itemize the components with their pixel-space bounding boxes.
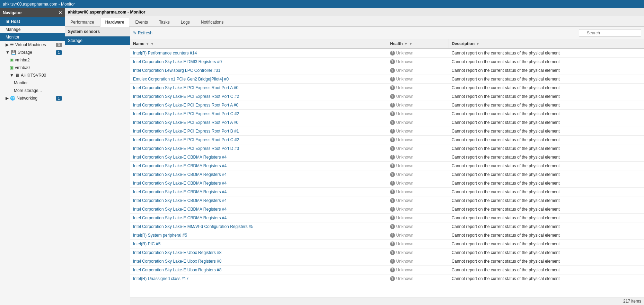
row-name-link[interactable]: Intel Corporation Sky Lake-E CBDMA Regis… bbox=[133, 189, 227, 194]
sensors-layout: System sensors Storage ↻ Refresh 🔍 bbox=[65, 27, 644, 305]
cell-health: ?Unknown bbox=[387, 170, 449, 179]
row-name-link[interactable]: Intel Corporation Sky Lake-E PCI Express… bbox=[133, 85, 238, 90]
tab-performance[interactable]: Performance bbox=[65, 18, 99, 26]
sensors-sidebar: System sensors Storage bbox=[65, 27, 130, 305]
cell-health: ?Unknown bbox=[387, 196, 449, 205]
search-input[interactable] bbox=[579, 29, 641, 37]
row-name-link[interactable]: Intel Corporation Sky Lake-E CBDMA Regis… bbox=[133, 181, 227, 186]
sidebar-item-vms[interactable]: ▶ ☰ Virtual Machines 0 bbox=[0, 41, 65, 49]
col-header-description[interactable]: Description ▼ bbox=[449, 39, 644, 49]
status-bar: 217 items bbox=[130, 297, 644, 305]
sidebar-item-manage[interactable]: Manage bbox=[0, 26, 65, 33]
row-name-link[interactable]: Intel Corporation Sky Lake-E PCI Express… bbox=[133, 111, 239, 116]
cell-name: Intel(R) System peripheral #5 bbox=[130, 231, 387, 240]
cell-description: Cannot report on the current status of t… bbox=[449, 257, 644, 266]
cell-description: Cannot report on the current status of t… bbox=[449, 222, 644, 231]
row-name-link[interactable]: Intel Corporation Sky Lake-E DMI3 Regist… bbox=[133, 59, 222, 64]
row-name-link[interactable]: Emulex Corporation x1 PCIe Gen2 Bridge[P… bbox=[133, 77, 229, 82]
more-storage-label: More storage... bbox=[14, 88, 42, 93]
cell-name: Intel Corporation Sky Lake-E CBDMA Regis… bbox=[130, 188, 387, 196]
cell-health: ?Unknown bbox=[387, 222, 449, 231]
cell-description: Cannot report on the current status of t… bbox=[449, 205, 644, 214]
refresh-button[interactable]: ↻ Refresh bbox=[133, 31, 152, 35]
cell-description: Cannot report on the current status of t… bbox=[449, 248, 644, 257]
sidebar-item-host[interactable]: 🖥 Host bbox=[0, 17, 65, 26]
tab-logs[interactable]: Logs bbox=[176, 18, 195, 26]
table-row: Intel Corporation Sky Lake-E PCI Express… bbox=[130, 144, 644, 153]
row-name-link[interactable]: Intel Corporation Sky Lake-E PCI Express… bbox=[133, 103, 238, 108]
cell-name: Intel Corporation Sky Lake-E CBDMA Regis… bbox=[130, 153, 387, 162]
sensors-item-storage[interactable]: Storage bbox=[65, 36, 130, 45]
cell-health: ?Unknown bbox=[387, 266, 449, 274]
row-name-link[interactable]: Intel Corporation Sky Lake-E CBDMA Regis… bbox=[133, 163, 227, 168]
row-name-link[interactable]: Intel Corporation Sky Lake-E PCI Express… bbox=[133, 137, 239, 142]
health-status: Unknown bbox=[396, 259, 414, 264]
row-name-link[interactable]: Intel Corporation Sky Lake-E CBDMA Regis… bbox=[133, 198, 227, 203]
row-name-link[interactable]: Intel Corporation Sky Lake-E Ubox Regist… bbox=[133, 259, 221, 264]
cell-description: Cannot report on the current status of t… bbox=[449, 127, 644, 136]
health-icon: ? bbox=[390, 207, 395, 212]
sidebar-item-ahkitsvr00[interactable]: ▼ 🖥 AHKITSVR00 bbox=[0, 71, 65, 79]
row-name-link[interactable]: Intel Corporation Sky Lake-E PCI Express… bbox=[133, 120, 238, 125]
table-row: Intel(R) System peripheral #5?UnknownCan… bbox=[130, 231, 644, 240]
row-name-link[interactable]: Intel Corporation Sky Lake-E PCI Express… bbox=[133, 129, 239, 134]
cell-description: Cannot report on the current status of t… bbox=[449, 266, 644, 274]
health-status: Unknown bbox=[396, 85, 414, 90]
cell-description: Cannot report on the current status of t… bbox=[449, 118, 644, 127]
table-row: Intel Corporation Sky Lake-E Ubox Regist… bbox=[130, 266, 644, 274]
table-row: Intel Corporation Sky Lake-E CBDMA Regis… bbox=[130, 188, 644, 196]
sidebar-item-more-storage[interactable]: More storage... bbox=[0, 87, 65, 94]
cell-description: Cannot report on the current status of t… bbox=[449, 240, 644, 248]
sidebar-item-storage[interactable]: ▼ 💾 Storage 1 bbox=[0, 49, 65, 56]
sidebar-item-monitor[interactable]: Monitor bbox=[0, 33, 65, 41]
row-name-link[interactable]: Intel Corporation Sky Lake-E PCI Express… bbox=[133, 146, 239, 151]
cell-name: Intel Corporation Sky Lake-E CBDMA Regis… bbox=[130, 179, 387, 188]
cell-description: Cannot report on the current status of t… bbox=[449, 231, 644, 240]
row-name-link[interactable]: Intel Corporation Sky Lake-E CBDMA Regis… bbox=[133, 207, 227, 212]
row-name-link[interactable]: Intel(R) Unassigned class #17 bbox=[133, 276, 188, 281]
cell-health: ?Unknown bbox=[387, 257, 449, 266]
navigator-header: Navigator ✕ bbox=[0, 8, 65, 17]
ahkitsvr00-monitor-label: Monitor bbox=[14, 81, 28, 85]
row-name-link[interactable]: Intel(R) Performance counters #14 bbox=[133, 51, 197, 56]
tab-tasks[interactable]: Tasks bbox=[154, 18, 175, 26]
cell-name: Intel Corporation Sky Lake-E PCI Express… bbox=[130, 118, 387, 127]
sidebar-item-networking[interactable]: ▶ 🌐 Networking 1 bbox=[0, 94, 65, 102]
health-status: Unknown bbox=[396, 233, 414, 238]
row-name-link[interactable]: Intel Corporation Sky Lake-E CBDMA Regis… bbox=[133, 215, 227, 220]
cell-description: Cannot report on the current status of t… bbox=[449, 75, 644, 84]
row-name-link[interactable]: Intel Corporation Sky Lake-E Ubox Regist… bbox=[133, 250, 221, 255]
col-header-health[interactable]: Health ▼ ▼ bbox=[387, 39, 449, 49]
networking-badge: 1 bbox=[56, 96, 62, 101]
cell-health: ?Unknown bbox=[387, 127, 449, 136]
health-status: Unknown bbox=[396, 198, 414, 203]
health-icon: ? bbox=[390, 250, 395, 255]
table-row: Intel Corporation Sky Lake-E CBDMA Regis… bbox=[130, 205, 644, 214]
row-name-link[interactable]: Intel Corporation Sky Lake-E PCI Express… bbox=[133, 94, 239, 99]
health-status: Unknown bbox=[396, 120, 414, 125]
row-name-link[interactable]: Intel(R) System peripheral #5 bbox=[133, 233, 187, 238]
sidebar-item-vmhba2[interactable]: ▣ vmhba2 bbox=[0, 56, 65, 64]
vm-label: Virtual Machines bbox=[15, 42, 46, 47]
row-name-link[interactable]: Intel(R) PIC #5 bbox=[133, 242, 160, 246]
storage-badge: 1 bbox=[56, 50, 62, 55]
tab-hardware[interactable]: Hardware bbox=[100, 18, 130, 27]
row-name-link[interactable]: Intel Corporation Sky Lake-E CBDMA Regis… bbox=[133, 172, 227, 177]
cell-health: ?Unknown bbox=[387, 144, 449, 153]
health-icon: ? bbox=[390, 68, 395, 73]
row-name-link[interactable]: Intel Corporation Sky Lake-E CBDMA Regis… bbox=[133, 155, 227, 160]
tab-notifications[interactable]: Notifications bbox=[196, 18, 229, 26]
sidebar-item-ahkitsvr00-monitor[interactable]: Monitor bbox=[0, 79, 65, 87]
vm-icon: ☰ bbox=[10, 42, 14, 47]
health-icon: ? bbox=[390, 103, 395, 108]
sidebar-item-vmhba0[interactable]: ▣ vmhba0 bbox=[0, 64, 65, 71]
tab-events[interactable]: Events bbox=[130, 18, 153, 26]
close-icon[interactable]: ✕ bbox=[59, 10, 62, 15]
row-name-link[interactable]: Intel Corporation Lewisburg LPC Controll… bbox=[133, 68, 220, 73]
col-header-name[interactable]: Name ▼ ▼ bbox=[130, 39, 387, 49]
health-sort-icon: ▼ bbox=[404, 42, 408, 46]
row-name-link[interactable]: Intel Corporation Sky Lake-E Ubox Regist… bbox=[133, 268, 221, 272]
row-name-link[interactable]: Intel Corporation Sky Lake-E MM/Vt-d Con… bbox=[133, 224, 254, 229]
table-row: Intel Corporation Sky Lake-E CBDMA Regis… bbox=[130, 162, 644, 170]
health-icon: ? bbox=[390, 129, 395, 134]
